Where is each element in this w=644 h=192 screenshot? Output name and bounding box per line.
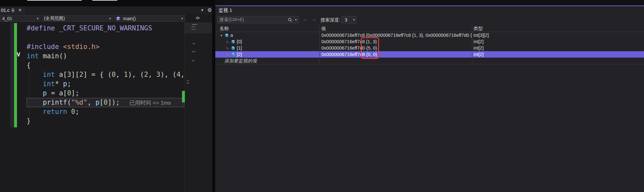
code-line[interactable]: #include <stdio.h> bbox=[27, 42, 184, 52]
code-line[interactable] bbox=[27, 33, 184, 42]
code-line[interactable]: p = a[0]; bbox=[27, 89, 184, 98]
code-line[interactable]: } bbox=[27, 116, 184, 126]
code-token: int bbox=[43, 71, 55, 78]
code-token: 0 bbox=[103, 99, 108, 106]
column-separator[interactable] bbox=[319, 25, 320, 64]
watch-row[interactable]: ▷[2]0x0000006716eff7d8 {0, 0}int[2] bbox=[215, 51, 644, 58]
code-token: "%d" bbox=[71, 99, 87, 106]
watch-rows: ▼a0x0000006716eff7c8 {0x0000006716eff7c8… bbox=[215, 32, 644, 58]
watch-row-name[interactable]: ▷[1] bbox=[215, 45, 319, 51]
expand-arrow-icon[interactable]: ▷ bbox=[227, 45, 231, 51]
expand-arrow-icon[interactable]: ▷ bbox=[227, 39, 231, 45]
watch-panel-focus-border bbox=[215, 5, 644, 6]
close-tab-icon[interactable]: ✕ bbox=[18, 8, 22, 12]
watch-row-value[interactable]: 0x0000006716eff7d0 {5, 0} bbox=[319, 45, 472, 51]
member-dropdown[interactable]: main() ▾ bbox=[114, 15, 185, 22]
code-token: p bbox=[43, 89, 47, 97]
code-token: <stdio.h> bbox=[63, 43, 100, 51]
collapse-arrow-icon[interactable]: ▼ bbox=[220, 33, 225, 38]
perf-tip[interactable]: 已用时间 <= 1ms bbox=[129, 100, 171, 106]
forward-arrow-icon[interactable]: → bbox=[311, 16, 317, 22]
minimap-viewport[interactable] bbox=[185, 22, 212, 33]
watch-row-name[interactable]: ▼a bbox=[215, 32, 319, 38]
watch-row-type: int[2] bbox=[472, 45, 644, 51]
editor-watch-splitter[interactable] bbox=[212, 0, 215, 192]
watch-row[interactable]: ▷[0]0x0000006716eff7c8 {1, 3}int[2] bbox=[215, 38, 644, 45]
watch-row-name[interactable]: ▷[0] bbox=[215, 38, 319, 45]
column-header-type[interactable]: 类型 bbox=[474, 26, 483, 32]
expand-arrow-icon[interactable]: ▷ bbox=[227, 52, 231, 58]
watch-row-name[interactable]: ▷[2] bbox=[215, 51, 319, 58]
tab-01c[interactable]: 01.c ✕ bbox=[0, 6, 25, 14]
search-icon[interactable] bbox=[288, 18, 292, 22]
code-token: 0 bbox=[67, 89, 71, 97]
minimap[interactable] bbox=[184, 22, 212, 192]
watch-row[interactable]: ▼a0x0000006716eff7c8 {0x0000006716eff7c8… bbox=[215, 32, 644, 38]
code-lines[interactable]: #define _CRT_SECURE_NO_WARNINGS#include … bbox=[27, 24, 184, 126]
watch-search-input[interactable]: 搜索(Ctrl+E) ▾ bbox=[217, 16, 299, 23]
code-line[interactable]: int main() bbox=[27, 52, 184, 61]
code-token: 0 bbox=[112, 71, 116, 78]
scope-dropdown-label: (全局范围) bbox=[42, 16, 65, 21]
code-token: 3 bbox=[156, 71, 161, 78]
add-watch-item-row[interactable]: 添加要监视的项 bbox=[215, 58, 644, 64]
code-line[interactable]: #define _CRT_SECURE_NO_WARNINGS bbox=[27, 24, 184, 33]
code-token: ] = { ( bbox=[83, 71, 112, 78]
code-token: , bbox=[181, 71, 184, 78]
minimap-content-mark bbox=[193, 43, 195, 44]
search-options-chevron-down-icon[interactable]: ▾ bbox=[293, 18, 298, 21]
column-header-value[interactable]: 值 bbox=[321, 26, 326, 32]
tab-list-chevron-down-icon[interactable]: ▾ bbox=[201, 8, 203, 12]
project-dropdown-label: 4_01 bbox=[0, 16, 12, 21]
watch-panel-title: 监视 1 bbox=[219, 7, 232, 13]
code-line[interactable]: return 0; bbox=[27, 107, 184, 116]
code-line-current[interactable]: printf("%d", p[0]);已用时间 <= 1ms bbox=[27, 98, 184, 107]
back-arrow-icon[interactable]: ← bbox=[303, 16, 308, 22]
code-token bbox=[27, 71, 43, 78]
watch-row-type: int[3][2] bbox=[472, 32, 644, 38]
code-token: int bbox=[43, 80, 55, 88]
pin-icon[interactable] bbox=[11, 8, 15, 14]
watch-row-value[interactable]: 0x0000006716eff7d8 {0, 0} bbox=[319, 51, 472, 58]
scope-dropdown[interactable]: (全局范围) ▾ bbox=[42, 15, 113, 22]
gear-icon[interactable]: ⚙ bbox=[207, 7, 212, 13]
code-editor-pane: 01.c ✕ ▾ ⚙ 4_01 ▾ (全局范围) ▾ bbox=[0, 0, 212, 192]
code-line[interactable]: { bbox=[27, 61, 184, 70]
fold-chevron-icon[interactable]: ∨ bbox=[16, 50, 21, 58]
code-token: 0 bbox=[71, 108, 75, 116]
project-dropdown[interactable]: 4_01 ▾ bbox=[0, 15, 40, 22]
watch-row-label: [0] bbox=[237, 39, 242, 44]
watch-row-label: [2] bbox=[237, 52, 242, 57]
column-header-name[interactable]: 名称 bbox=[219, 26, 229, 32]
code-token: , bbox=[116, 71, 124, 78]
column-separator[interactable] bbox=[472, 25, 472, 64]
code-token: #define _CRT_SECURE_NO_WARNINGS bbox=[27, 24, 152, 32]
code-token bbox=[67, 108, 71, 116]
watch-row-label: a bbox=[230, 33, 233, 38]
code-token: main() bbox=[39, 52, 67, 60]
minimap-change-mark bbox=[182, 91, 185, 102]
code-token: * bbox=[55, 80, 63, 88]
code-line[interactable]: int* p; bbox=[27, 79, 184, 89]
minimap-content-mark bbox=[191, 29, 196, 30]
chevron-down-icon: ▾ bbox=[181, 17, 185, 20]
watch-row[interactable]: ▷[1]0x0000006716eff7d0 {5, 0}int[2] bbox=[215, 45, 644, 51]
red-highlight-annotation bbox=[361, 37, 379, 59]
code-line[interactable]: int a[3][2] = { (0, 1), (2, 3), (4, 5 bbox=[27, 70, 184, 79]
watch-row-value[interactable]: 0x0000006716eff7c8 {0x0000006716eff7c8 {… bbox=[319, 32, 472, 38]
minimap-content-mark bbox=[192, 60, 194, 61]
watch-row-label: [1] bbox=[237, 45, 242, 51]
split-editor-icon[interactable] bbox=[195, 16, 201, 21]
code-token: 3 bbox=[67, 71, 71, 78]
variable-cube-icon bbox=[231, 39, 235, 45]
code-token: return bbox=[43, 108, 67, 116]
code-token bbox=[27, 108, 43, 116]
search-depth-dropdown[interactable]: 3 ▾ bbox=[342, 16, 356, 23]
member-dropdown-label: main() bbox=[121, 16, 136, 21]
watch-row-value[interactable]: 0x0000006716eff7c8 {1, 3} bbox=[319, 38, 472, 45]
code-token: ; bbox=[67, 80, 71, 88]
code-token: , bbox=[87, 99, 95, 106]
top-edge-highlight bbox=[27, 0, 82, 1]
code-token: printf( bbox=[27, 99, 71, 106]
code-token: 2 bbox=[144, 71, 148, 78]
